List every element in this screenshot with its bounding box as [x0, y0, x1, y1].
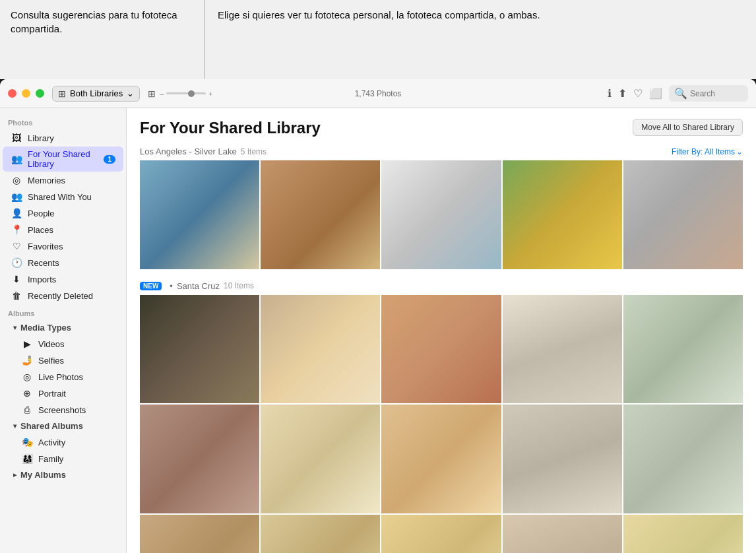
tooltip-right: Elige si quieres ver tu fototeca persona… — [205, 0, 553, 79]
section1-header: Los Angeles - Silver Lake 5 Items Filter… — [127, 143, 756, 160]
info-icon[interactable]: ℹ — [608, 87, 612, 100]
videos-icon: ▶ — [21, 339, 33, 349]
sidebar-item-recents-label: Recents — [28, 258, 59, 268]
library-selector[interactable]: ⊞ Both Libraries ⌄ — [52, 86, 140, 102]
photo-count: 1,743 Photos — [355, 89, 402, 98]
sidebar-item-shared-with-you-label: Shared With You — [28, 192, 92, 202]
view-icon[interactable]: ⊞ — [148, 88, 156, 99]
section2-bullet: • — [170, 281, 173, 291]
section2-location: NEW • Santa Cruz 10 Items — [140, 281, 254, 291]
recently-deleted-icon: 🗑 — [11, 290, 22, 301]
selfies-icon: 🤳 — [21, 355, 33, 366]
sidebar-item-memories-label: Memories — [28, 176, 65, 185]
sidebar-item-videos-label: Videos — [38, 339, 65, 349]
sidebar-item-imports[interactable]: ⬇ Imports — [3, 271, 123, 287]
photo-cell[interactable] — [381, 405, 501, 513]
photo-cell[interactable] — [503, 405, 622, 513]
trash-icon[interactable]: ⬜ — [649, 87, 662, 100]
photo-cell[interactable] — [140, 160, 259, 269]
photo-cell[interactable] — [623, 405, 743, 513]
shared-albums-group[interactable]: ▾ Shared Albums — [0, 418, 126, 434]
sidebar-item-recently-deleted[interactable]: 🗑 Recently Deleted — [3, 288, 123, 304]
photo-cell[interactable] — [381, 295, 501, 404]
my-albums-group[interactable]: ▸ My Albums — [0, 467, 126, 482]
sidebar-item-imports-label: Imports — [28, 275, 56, 284]
photo-cell[interactable] — [381, 160, 501, 269]
sidebar-item-library[interactable]: 🖼 Library — [3, 130, 123, 146]
minimize-button[interactable] — [22, 89, 30, 98]
sidebar-item-portrait[interactable]: ⊕ Portrait — [3, 385, 123, 401]
zoom-slider[interactable]: – + — [160, 90, 213, 98]
tooltip-right-text: Elige si quieres ver tu fototeca persona… — [218, 9, 540, 20]
sidebar-item-shared-with-you[interactable]: 👥 Shared With You — [3, 189, 123, 205]
sidebar-item-selfies-label: Selfies — [38, 356, 64, 366]
shared-library-icon: 👥 — [11, 154, 22, 164]
sidebar-item-portrait-label: Portrait — [38, 389, 66, 399]
sidebar-item-people-label: People — [28, 209, 54, 218]
albums-section-label: Albums — [0, 304, 126, 320]
photo-cell[interactable] — [503, 515, 622, 553]
photo-cell[interactable] — [261, 295, 380, 404]
sidebar-item-recents[interactable]: 🕐 Recents — [3, 255, 123, 271]
sidebar-item-family[interactable]: 👨‍👩‍👧 Family — [3, 451, 123, 467]
shared-with-you-icon: 👥 — [11, 191, 22, 202]
sidebar-item-favorites[interactable]: ♡ Favorites — [3, 238, 123, 254]
tooltip-left-text: Consulta sugerencias para tu fototeca co… — [11, 9, 177, 34]
sidebar: Photos 🖼 Library 👥 For Your Shared Libra… — [0, 108, 127, 553]
media-types-label: Media Types — [20, 323, 71, 333]
sidebar-item-screenshots[interactable]: ⎙ Screenshots — [3, 402, 123, 418]
portrait-icon: ⊕ — [21, 388, 33, 399]
new-badge: NEW — [140, 282, 162, 290]
sidebar-item-recently-deleted-label: Recently Deleted — [28, 291, 93, 301]
photo-cell[interactable] — [623, 160, 743, 269]
view-controls: ⊞ – + — [148, 88, 213, 99]
zoom-plus: + — [208, 90, 212, 98]
chevron-shared-albums-icon: ▾ — [13, 422, 16, 430]
search-input[interactable] — [690, 89, 743, 98]
photo-cell[interactable] — [140, 405, 259, 513]
sidebar-item-activity[interactable]: 🎭 Activity — [3, 434, 123, 450]
sidebar-item-places-label: Places — [28, 225, 53, 235]
photo-grid-section1 — [127, 160, 756, 277]
filter-button[interactable]: Filter By: All Items ⌄ — [672, 147, 743, 156]
main-header: For Your Shared Library Move All to Shar… — [127, 108, 756, 143]
sidebar-item-videos[interactable]: ▶ Videos — [3, 336, 123, 352]
favorites-icon: ♡ — [11, 241, 22, 251]
family-icon: 👨‍👩‍👧 — [21, 453, 33, 464]
sidebar-item-shared-label: For Your Shared Library — [28, 149, 98, 169]
recents-icon: 🕐 — [11, 257, 22, 268]
window-controls — [8, 89, 44, 98]
chevron-down-icon: ⌄ — [127, 88, 134, 98]
places-icon: 📍 — [11, 224, 22, 235]
maximize-button[interactable] — [36, 89, 44, 98]
shared-library-badge: 1 — [104, 155, 115, 164]
library-icon: 🖼 — [11, 133, 22, 143]
sidebar-item-places[interactable]: 📍 Places — [3, 222, 123, 238]
photo-cell[interactable] — [140, 295, 259, 404]
photo-cell[interactable] — [261, 405, 380, 513]
photo-cell[interactable] — [623, 295, 743, 404]
photo-cell[interactable] — [381, 515, 501, 553]
close-button[interactable] — [8, 89, 16, 98]
photo-cell[interactable] — [623, 515, 743, 553]
sidebar-item-for-shared-library[interactable]: 👥 For Your Shared Library 1 — [3, 146, 123, 172]
move-all-button[interactable]: Move All to Shared Library — [633, 119, 743, 136]
photo-cell[interactable] — [261, 515, 380, 553]
photo-cell[interactable] — [503, 160, 622, 269]
photo-cell[interactable] — [140, 515, 259, 553]
sidebar-item-selfies[interactable]: 🤳 Selfies — [3, 352, 123, 368]
sidebar-item-favorites-label: Favorites — [28, 242, 63, 251]
shared-albums-label: Shared Albums — [20, 421, 83, 431]
people-icon: 👤 — [11, 208, 22, 218]
share-icon[interactable]: ⬆ — [618, 87, 627, 100]
sidebar-item-memories[interactable]: ◎ Memories — [3, 172, 123, 188]
photo-cell[interactable] — [261, 160, 380, 269]
media-types-group[interactable]: ▾ Media Types — [0, 320, 126, 335]
search-box[interactable]: 🔍 — [669, 85, 748, 102]
sidebar-item-people[interactable]: 👤 People — [3, 205, 123, 221]
sidebar-item-live-photos[interactable]: ◎ Live Photos — [3, 369, 123, 385]
memories-icon: ◎ — [11, 175, 22, 185]
photo-cell[interactable] — [503, 295, 622, 404]
tooltip-left: Consulta sugerencias para tu fototeca co… — [0, 0, 205, 79]
heart-icon[interactable]: ♡ — [633, 87, 643, 100]
